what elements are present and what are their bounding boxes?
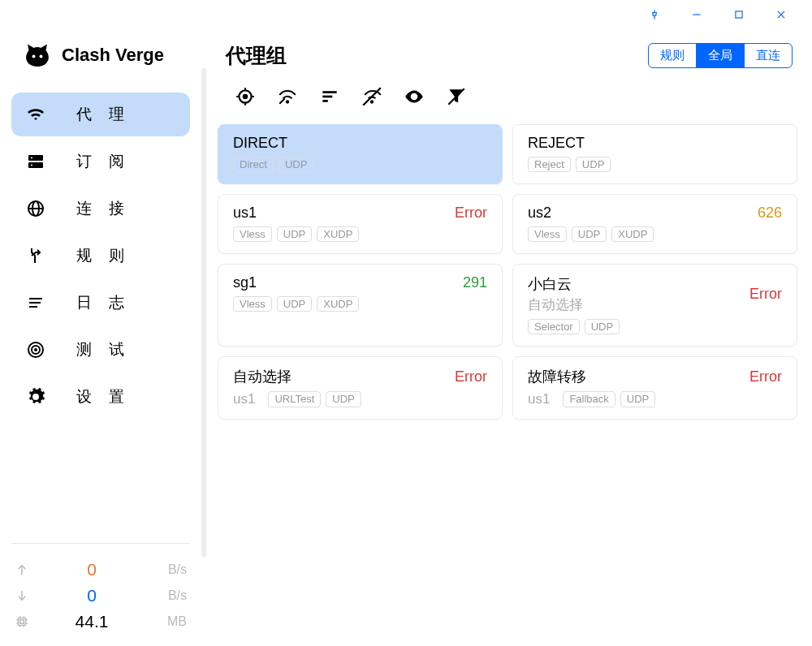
- badge: UDP: [277, 296, 312, 312]
- stat-download: 0 B/s: [11, 583, 190, 609]
- svg-point-23: [244, 95, 247, 98]
- proxy-card[interactable]: 故障转移Errorus1FallbackUDP: [512, 356, 797, 420]
- badge: Fallback: [563, 391, 615, 407]
- proxy-sub: us1: [528, 391, 550, 407]
- download-unit: B/s: [154, 588, 187, 603]
- proxy-status: Error: [749, 368, 782, 385]
- badge-row: DirectUDP: [233, 157, 487, 172]
- proxy-status: Error: [455, 205, 487, 222]
- svg-point-9: [31, 165, 32, 166]
- badge-row: us1URLTestUDP: [233, 391, 487, 407]
- sidebar-item-label: 代 理: [76, 104, 131, 125]
- proxy-card[interactable]: REJECTRejectUDP: [512, 124, 797, 184]
- proxy-card[interactable]: sg1291VlessUDPXUDP: [218, 264, 503, 347]
- proxy-sub: 自动选择: [528, 295, 583, 314]
- proxy-name: REJECT: [528, 135, 585, 152]
- page-title: 代理组: [226, 42, 287, 69]
- badge: Direct: [233, 157, 274, 172]
- sort-button[interactable]: [317, 84, 343, 110]
- sidebar-item-rules[interactable]: 规 则: [11, 234, 190, 278]
- fork-icon: [26, 246, 45, 265]
- badge: UDP: [277, 226, 312, 242]
- badge-row: RejectUDP: [528, 157, 782, 172]
- maximize-button[interactable]: [728, 3, 750, 26]
- visibility-button[interactable]: [401, 84, 427, 110]
- badge-row: VlessUDPXUDP: [233, 296, 487, 312]
- svg-line-25: [279, 98, 285, 104]
- sidebar-item-test[interactable]: 测 试: [11, 328, 190, 372]
- logs-icon: [26, 293, 45, 312]
- close-button[interactable]: [770, 3, 793, 26]
- svg-rect-6: [28, 155, 43, 161]
- memory-value: 44.1: [29, 612, 154, 631]
- badge: Vless: [233, 226, 272, 242]
- mode-tabs: 规则 全局 直连: [648, 43, 793, 68]
- main-panel: 代理组 规则 全局 直连 DIRECTDirectUDPREJECTReject…: [206, 29, 812, 646]
- wifi-icon: [26, 105, 45, 124]
- main-header: 代理组 规则 全局 直连: [218, 29, 797, 82]
- upload-unit: B/s: [154, 562, 187, 577]
- sidebar-item-label: 连 接: [76, 198, 131, 219]
- proxy-name: 自动选择: [233, 367, 292, 386]
- filter-off-button[interactable]: [443, 84, 469, 110]
- badge-row: VlessUDPXUDP: [528, 226, 782, 242]
- proxy-grid: DIRECTDirectUDPREJECTRejectUDPus1ErrorVl…: [218, 121, 797, 423]
- locate-button[interactable]: [232, 84, 258, 110]
- badge-row: SelectorUDP: [528, 319, 782, 334]
- svg-point-18: [35, 349, 37, 351]
- proxy-card[interactable]: us1ErrorVlessUDPXUDP: [218, 194, 503, 254]
- proxy-card[interactable]: DIRECTDirectUDP: [218, 124, 503, 184]
- download-value: 0: [29, 586, 154, 605]
- proxy-name: sg1: [233, 274, 257, 291]
- sidebar-item-settings[interactable]: 设 置: [11, 375, 190, 419]
- sidebar-item-label: 测 试: [76, 339, 131, 360]
- svg-point-29: [371, 101, 373, 102]
- badge: UDP: [326, 391, 361, 407]
- svg-point-8: [31, 157, 32, 159]
- svg-rect-1: [736, 11, 742, 18]
- proxy-card[interactable]: 小白云自动选择ErrorSelectorUDP: [512, 264, 797, 347]
- minimize-button[interactable]: [685, 3, 708, 26]
- sidebar-item-label: 订 阅: [76, 151, 131, 172]
- pin-button[interactable]: [643, 3, 666, 26]
- tab-direct[interactable]: 直连: [745, 44, 792, 67]
- titlebar: [0, 0, 812, 29]
- proxy-status: Error: [749, 286, 782, 303]
- proxy-status: Error: [455, 368, 487, 385]
- badge: Reject: [528, 157, 571, 172]
- svg-rect-21: [20, 620, 24, 624]
- speedtest-button[interactable]: [274, 84, 300, 110]
- server-icon: [26, 152, 45, 171]
- sidebar-item-profiles[interactable]: 订 阅: [11, 140, 190, 183]
- chip-icon: [15, 614, 29, 629]
- arrow-down-icon: [15, 588, 29, 603]
- sidebar-item-proxy[interactable]: 代 理: [11, 93, 190, 136]
- divider: [11, 543, 190, 544]
- gear-icon: [26, 387, 45, 407]
- badge: URLTest: [268, 391, 321, 407]
- proxy-name: 小白云: [528, 274, 583, 294]
- sidebar: Clash Verge 代 理 订 阅 连 接 规 则 日 志: [0, 29, 201, 646]
- delay-button[interactable]: [359, 84, 385, 110]
- badge: Vless: [528, 226, 567, 242]
- svg-point-31: [412, 95, 416, 98]
- proxy-status: 626: [758, 205, 782, 222]
- proxy-card[interactable]: 自动选择Errorus1URLTestUDP: [218, 356, 503, 420]
- tab-rule[interactable]: 规则: [649, 44, 697, 67]
- badge: UDP: [572, 226, 607, 242]
- proxy-name: DIRECT: [233, 135, 287, 152]
- svg-point-5: [40, 55, 43, 58]
- proxy-card[interactable]: us2626VlessUDPXUDP: [512, 194, 797, 254]
- arrow-up-icon: [15, 562, 29, 577]
- badge: UDP: [279, 157, 313, 172]
- sidebar-item-connections[interactable]: 连 接: [11, 187, 190, 230]
- badge: Vless: [233, 296, 272, 312]
- sidebar-item-logs[interactable]: 日 志: [11, 281, 190, 325]
- svg-point-4: [32, 55, 36, 58]
- proxy-name: us2: [528, 205, 551, 222]
- logo-icon: [23, 41, 52, 70]
- globe-icon: [26, 199, 45, 218]
- tab-global[interactable]: 全局: [697, 44, 745, 67]
- badge: UDP: [576, 157, 611, 172]
- badge-row: VlessUDPXUDP: [233, 226, 487, 242]
